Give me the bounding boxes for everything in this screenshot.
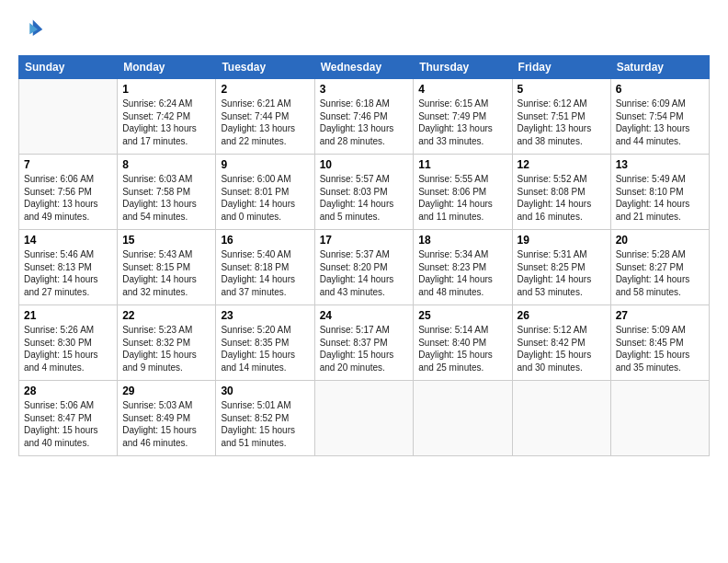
day-info: Sunrise: 6:12 AM Sunset: 7:51 PM Dayligh… — [518, 98, 606, 147]
day-number: 21 — [24, 309, 112, 322]
day-number: 16 — [221, 234, 309, 247]
day-cell — [19, 79, 118, 155]
day-info: Sunrise: 6:03 AM Sunset: 7:58 PM Dayligh… — [122, 173, 210, 223]
day-cell: 5Sunrise: 6:12 AM Sunset: 7:51 PM Daylig… — [512, 79, 610, 155]
day-cell: 7Sunrise: 6:06 AM Sunset: 7:56 PM Daylig… — [19, 155, 118, 230]
day-info: Sunrise: 5:55 AM Sunset: 8:06 PM Dayligh… — [418, 173, 506, 223]
day-number: 26 — [518, 309, 606, 322]
day-number: 2 — [221, 83, 309, 96]
day-info: Sunrise: 5:40 AM Sunset: 8:18 PM Dayligh… — [221, 248, 309, 298]
day-cell: 16Sunrise: 5:40 AM Sunset: 8:18 PM Dayli… — [216, 230, 314, 305]
day-cell: 17Sunrise: 5:37 AM Sunset: 8:20 PM Dayli… — [314, 230, 414, 305]
day-number: 24 — [320, 309, 409, 322]
day-number: 4 — [418, 83, 506, 96]
day-cell: 8Sunrise: 6:03 AM Sunset: 7:58 PM Daylig… — [118, 155, 216, 230]
header — [18, 17, 710, 42]
week-row-5: 28Sunrise: 5:06 AM Sunset: 8:47 PM Dayli… — [19, 381, 710, 456]
week-row-1: 1Sunrise: 6:24 AM Sunset: 7:42 PM Daylig… — [19, 79, 710, 155]
day-number: 10 — [320, 158, 409, 171]
week-row-3: 14Sunrise: 5:46 AM Sunset: 8:13 PM Dayli… — [19, 230, 710, 305]
page: SundayMondayTuesdayWednesdayThursdayFrid… — [0, 0, 728, 465]
day-info: Sunrise: 5:09 AM Sunset: 8:45 PM Dayligh… — [616, 324, 704, 373]
day-number: 29 — [122, 385, 210, 397]
day-info: Sunrise: 5:06 AM Sunset: 8:47 PM Dayligh… — [24, 399, 112, 449]
day-cell: 27Sunrise: 5:09 AM Sunset: 8:45 PM Dayli… — [610, 305, 709, 381]
day-number: 22 — [122, 309, 210, 322]
day-info: Sunrise: 6:21 AM Sunset: 7:44 PM Dayligh… — [221, 98, 309, 147]
col-header-tuesday: Tuesday — [216, 56, 314, 79]
day-info: Sunrise: 5:23 AM Sunset: 8:32 PM Dayligh… — [122, 324, 210, 373]
day-info: Sunrise: 5:01 AM Sunset: 8:52 PM Dayligh… — [221, 399, 309, 449]
week-row-4: 21Sunrise: 5:26 AM Sunset: 8:30 PM Dayli… — [19, 305, 710, 381]
day-info: Sunrise: 5:43 AM Sunset: 8:15 PM Dayligh… — [122, 248, 210, 298]
day-number: 3 — [320, 83, 409, 96]
day-cell: 30Sunrise: 5:01 AM Sunset: 8:52 PM Dayli… — [216, 381, 314, 456]
day-number: 28 — [24, 385, 112, 397]
day-number: 17 — [320, 234, 409, 247]
day-cell: 13Sunrise: 5:49 AM Sunset: 8:10 PM Dayli… — [610, 155, 709, 230]
day-info: Sunrise: 6:18 AM Sunset: 7:46 PM Dayligh… — [320, 98, 409, 147]
day-cell: 21Sunrise: 5:26 AM Sunset: 8:30 PM Dayli… — [19, 305, 118, 381]
day-info: Sunrise: 6:09 AM Sunset: 7:54 PM Dayligh… — [616, 98, 704, 147]
col-header-thursday: Thursday — [414, 56, 512, 79]
day-cell: 14Sunrise: 5:46 AM Sunset: 8:13 PM Dayli… — [19, 230, 118, 305]
day-number: 12 — [518, 158, 606, 171]
col-header-wednesday: Wednesday — [314, 56, 414, 79]
day-cell: 15Sunrise: 5:43 AM Sunset: 8:15 PM Dayli… — [118, 230, 216, 305]
day-number: 7 — [24, 158, 112, 171]
day-cell: 19Sunrise: 5:31 AM Sunset: 8:25 PM Dayli… — [512, 230, 610, 305]
day-cell: 18Sunrise: 5:34 AM Sunset: 8:23 PM Dayli… — [414, 230, 512, 305]
day-cell — [314, 381, 414, 456]
day-number: 25 — [418, 309, 506, 322]
day-info: Sunrise: 5:03 AM Sunset: 8:49 PM Dayligh… — [122, 399, 210, 449]
col-header-monday: Monday — [118, 56, 216, 79]
day-cell: 4Sunrise: 6:15 AM Sunset: 7:49 PM Daylig… — [414, 79, 512, 155]
col-header-friday: Friday — [512, 56, 610, 79]
day-number: 23 — [221, 309, 309, 322]
day-number: 8 — [122, 158, 210, 171]
day-number: 15 — [122, 234, 210, 247]
day-cell: 29Sunrise: 5:03 AM Sunset: 8:49 PM Dayli… — [118, 381, 216, 456]
day-cell: 10Sunrise: 5:57 AM Sunset: 8:03 PM Dayli… — [314, 155, 414, 230]
calendar: SundayMondayTuesdayWednesdayThursdayFrid… — [18, 55, 710, 456]
day-cell — [414, 381, 512, 456]
day-number: 13 — [616, 158, 704, 171]
day-info: Sunrise: 5:34 AM Sunset: 8:23 PM Dayligh… — [418, 248, 506, 298]
day-cell: 2Sunrise: 6:21 AM Sunset: 7:44 PM Daylig… — [216, 79, 314, 155]
day-cell: 11Sunrise: 5:55 AM Sunset: 8:06 PM Dayli… — [414, 155, 512, 230]
day-cell: 25Sunrise: 5:14 AM Sunset: 8:40 PM Dayli… — [414, 305, 512, 381]
day-info: Sunrise: 5:14 AM Sunset: 8:40 PM Dayligh… — [418, 324, 506, 373]
day-info: Sunrise: 5:12 AM Sunset: 8:42 PM Dayligh… — [518, 324, 606, 373]
day-number: 14 — [24, 234, 112, 247]
day-info: Sunrise: 5:28 AM Sunset: 8:27 PM Dayligh… — [616, 248, 704, 298]
day-cell: 9Sunrise: 6:00 AM Sunset: 8:01 PM Daylig… — [216, 155, 314, 230]
logo-icon — [18, 17, 44, 42]
day-info: Sunrise: 5:20 AM Sunset: 8:35 PM Dayligh… — [221, 324, 309, 373]
day-cell: 28Sunrise: 5:06 AM Sunset: 8:47 PM Dayli… — [19, 381, 118, 456]
day-cell: 6Sunrise: 6:09 AM Sunset: 7:54 PM Daylig… — [610, 79, 709, 155]
day-number: 6 — [616, 83, 704, 96]
day-cell: 22Sunrise: 5:23 AM Sunset: 8:32 PM Dayli… — [118, 305, 216, 381]
day-info: Sunrise: 6:15 AM Sunset: 7:49 PM Dayligh… — [418, 98, 506, 147]
day-cell: 12Sunrise: 5:52 AM Sunset: 8:08 PM Dayli… — [512, 155, 610, 230]
week-row-2: 7Sunrise: 6:06 AM Sunset: 7:56 PM Daylig… — [19, 155, 710, 230]
day-number: 9 — [221, 158, 309, 171]
day-cell — [610, 381, 709, 456]
day-number: 1 — [122, 83, 210, 96]
day-info: Sunrise: 5:57 AM Sunset: 8:03 PM Dayligh… — [320, 173, 409, 223]
day-cell: 23Sunrise: 5:20 AM Sunset: 8:35 PM Dayli… — [216, 305, 314, 381]
calendar-header-row: SundayMondayTuesdayWednesdayThursdayFrid… — [19, 56, 710, 79]
col-header-sunday: Sunday — [19, 56, 118, 79]
logo — [18, 17, 48, 42]
day-cell: 24Sunrise: 5:17 AM Sunset: 8:37 PM Dayli… — [314, 305, 414, 381]
day-number: 19 — [518, 234, 606, 247]
day-info: Sunrise: 5:17 AM Sunset: 8:37 PM Dayligh… — [320, 324, 409, 373]
day-info: Sunrise: 6:24 AM Sunset: 7:42 PM Dayligh… — [122, 98, 210, 147]
day-cell: 1Sunrise: 6:24 AM Sunset: 7:42 PM Daylig… — [118, 79, 216, 155]
day-info: Sunrise: 5:37 AM Sunset: 8:20 PM Dayligh… — [320, 248, 409, 298]
day-number: 11 — [418, 158, 506, 171]
day-info: Sunrise: 5:52 AM Sunset: 8:08 PM Dayligh… — [518, 173, 606, 223]
day-number: 20 — [616, 234, 704, 247]
day-cell: 26Sunrise: 5:12 AM Sunset: 8:42 PM Dayli… — [512, 305, 610, 381]
day-number: 30 — [221, 385, 309, 397]
